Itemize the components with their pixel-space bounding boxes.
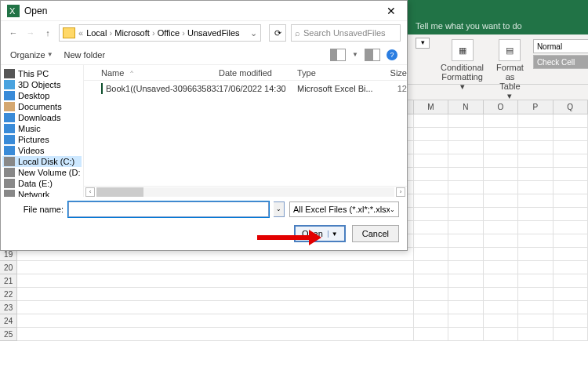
row-header-25[interactable]: 25 xyxy=(0,328,17,341)
cell[interactable] xyxy=(448,234,483,248)
tree-item-new-volume-d-[interactable]: New Volume (D: xyxy=(2,167,82,178)
cell[interactable] xyxy=(518,301,553,314)
organize-button[interactable]: Organize▼ xyxy=(10,50,53,60)
cell[interactable] xyxy=(379,288,413,301)
cell[interactable] xyxy=(518,181,553,194)
format-as-table-button[interactable]: ▤ Format as Table ▾ xyxy=(492,38,528,102)
cell[interactable] xyxy=(414,314,448,328)
cell[interactable] xyxy=(414,141,448,154)
cell[interactable] xyxy=(484,328,518,341)
cell[interactable] xyxy=(484,114,518,128)
cell[interactable] xyxy=(518,141,553,154)
cell[interactable] xyxy=(518,208,553,221)
cell[interactable] xyxy=(484,168,518,181)
cell[interactable] xyxy=(414,301,448,314)
cell[interactable] xyxy=(448,128,483,141)
file-name-input[interactable] xyxy=(68,201,269,217)
cell[interactable] xyxy=(518,168,553,181)
cell[interactable] xyxy=(448,114,483,128)
cell[interactable] xyxy=(414,221,448,234)
cell[interactable] xyxy=(554,261,588,274)
cell[interactable] xyxy=(414,274,448,288)
style-check-cell[interactable]: Check Cell xyxy=(533,55,588,69)
tree-item-music[interactable]: Music xyxy=(2,123,82,134)
cell[interactable] xyxy=(484,141,518,154)
cell[interactable] xyxy=(379,328,413,341)
cell[interactable] xyxy=(484,154,518,168)
cell[interactable] xyxy=(554,274,588,288)
cell[interactable] xyxy=(484,274,518,288)
row-header-21[interactable]: 21 xyxy=(0,274,17,288)
cell[interactable] xyxy=(448,261,483,274)
cell[interactable] xyxy=(518,234,553,248)
cell[interactable] xyxy=(518,274,553,288)
column-header-P[interactable]: P xyxy=(518,100,553,114)
cell[interactable] xyxy=(414,248,448,261)
cell[interactable] xyxy=(448,248,483,261)
cell[interactable] xyxy=(554,128,588,141)
tree-item-videos[interactable]: Videos xyxy=(2,145,82,156)
column-header-Q[interactable]: Q xyxy=(554,100,588,114)
help-button[interactable]: ? xyxy=(387,49,397,60)
cell[interactable] xyxy=(484,234,518,248)
cell[interactable] xyxy=(414,128,448,141)
cell[interactable] xyxy=(379,274,413,288)
cell[interactable] xyxy=(484,221,518,234)
cell[interactable] xyxy=(518,128,553,141)
cell[interactable] xyxy=(484,301,518,314)
cell[interactable] xyxy=(554,248,588,261)
cell[interactable] xyxy=(448,221,483,234)
list-header[interactable]: Name^ Date modified Type Size xyxy=(84,65,407,81)
up-button[interactable]: ↑ xyxy=(42,27,54,39)
cell[interactable] xyxy=(484,288,518,301)
cell[interactable] xyxy=(414,208,448,221)
horizontal-scrollbar[interactable]: ‹ › xyxy=(84,186,407,197)
cell[interactable] xyxy=(379,314,413,328)
cell[interactable] xyxy=(484,128,518,141)
cell[interactable] xyxy=(554,114,588,128)
view-options-button[interactable] xyxy=(330,49,346,61)
tree-item-data-e-[interactable]: Data (E:) xyxy=(2,178,82,189)
cell[interactable] xyxy=(448,328,483,341)
back-button[interactable]: ← xyxy=(7,27,20,39)
folder-tree[interactable]: This PC3D ObjectsDesktopDocumentsDownloa… xyxy=(1,65,84,197)
tree-item-this-pc[interactable]: This PC xyxy=(2,68,82,79)
cell-styles[interactable]: Normal Check Cell xyxy=(532,38,588,71)
cell[interactable] xyxy=(484,261,518,274)
cell[interactable] xyxy=(448,274,483,288)
preview-pane-button[interactable] xyxy=(365,49,380,61)
cell[interactable] xyxy=(448,181,483,194)
cell[interactable] xyxy=(379,301,413,314)
row-header-20[interactable]: 20 xyxy=(0,261,17,274)
cell[interactable] xyxy=(448,141,483,154)
cell[interactable] xyxy=(518,328,553,341)
cell[interactable] xyxy=(484,248,518,261)
refresh-button[interactable]: ⟳ xyxy=(269,24,286,42)
cell[interactable] xyxy=(554,288,588,301)
cell[interactable] xyxy=(414,194,448,208)
cell[interactable] xyxy=(448,208,483,221)
conditional-formatting-button[interactable]: ▦ Conditional Formatting ▾ xyxy=(436,38,488,93)
cell[interactable] xyxy=(518,261,553,274)
file-row[interactable]: Book1((Unsaved-309663583314130555)).x...… xyxy=(84,81,407,96)
tree-item-local-disk-c-[interactable]: Local Disk (C:) xyxy=(2,156,82,167)
cell[interactable] xyxy=(484,181,518,194)
cell[interactable] xyxy=(414,181,448,194)
cell[interactable] xyxy=(414,154,448,168)
cell[interactable] xyxy=(518,114,553,128)
breadcrumb[interactable]: « Local › Microsoft › Office › UnsavedFi… xyxy=(59,24,261,42)
tree-item-pictures[interactable]: Pictures xyxy=(2,134,82,145)
cell[interactable] xyxy=(448,314,483,328)
cell[interactable] xyxy=(379,261,413,274)
tree-item-documents[interactable]: Documents xyxy=(2,101,82,112)
cell[interactable] xyxy=(554,234,588,248)
cell[interactable] xyxy=(518,194,553,208)
cell[interactable] xyxy=(554,328,588,341)
column-header-N[interactable]: N xyxy=(448,100,483,114)
cell[interactable] xyxy=(414,168,448,181)
cell[interactable] xyxy=(448,154,483,168)
cell[interactable] xyxy=(518,314,553,328)
scroll-thumb[interactable] xyxy=(96,187,143,197)
cell[interactable] xyxy=(414,234,448,248)
column-header-M[interactable]: M xyxy=(414,100,448,114)
